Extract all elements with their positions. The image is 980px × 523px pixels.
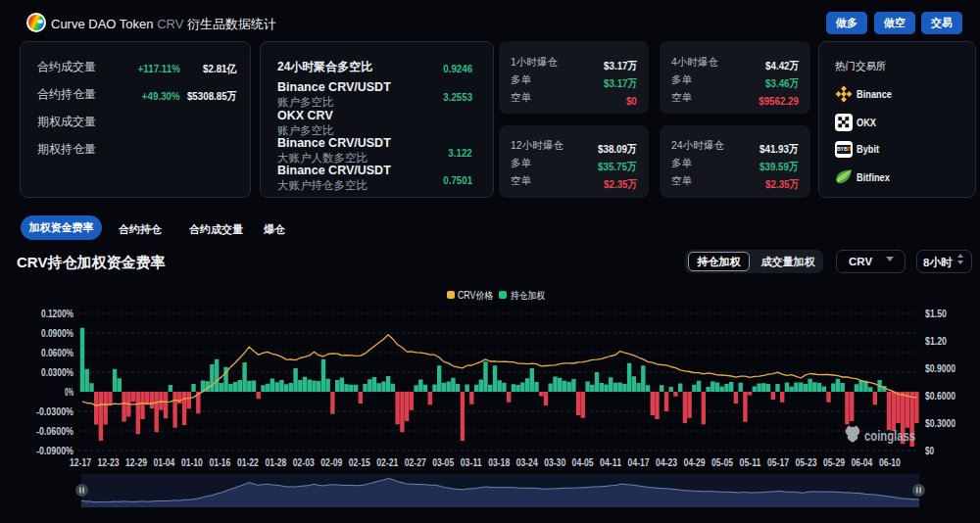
svg-text:12-29: 12-29 <box>125 456 147 468</box>
svg-text:$0: $0 <box>925 445 934 456</box>
svg-text:$1.50: $1.50 <box>925 308 947 319</box>
svg-text:02-15: 02-15 <box>349 456 370 468</box>
svg-text:$1.20: $1.20 <box>925 335 947 347</box>
svg-text:03-11: 03-11 <box>461 456 482 468</box>
svg-text:-0.0600%: -0.0600% <box>36 425 74 437</box>
svg-text:0.0300%: 0.0300% <box>41 366 74 378</box>
svg-text:$0.3000: $0.3000 <box>925 417 956 429</box>
svg-text:06-10: 06-10 <box>879 456 901 468</box>
svg-text:03-30: 03-30 <box>544 456 565 468</box>
svg-text:03-05: 03-05 <box>432 456 454 468</box>
svg-text:$0.9000: $0.9000 <box>925 362 956 374</box>
svg-text:01-28: 01-28 <box>265 456 286 468</box>
svg-text:0%: 0% <box>65 386 74 398</box>
svg-text:02-09: 02-09 <box>320 456 342 468</box>
svg-text:01-22: 01-22 <box>237 456 259 468</box>
svg-text:coinglass: coinglass <box>864 428 915 444</box>
svg-text:04-23: 04-23 <box>656 456 677 468</box>
svg-text:12-23: 12-23 <box>98 456 120 468</box>
svg-text:05-29: 05-29 <box>823 456 845 468</box>
svg-text:05-17: 05-17 <box>767 456 789 468</box>
svg-text:01-10: 01-10 <box>181 456 203 468</box>
svg-text:$0.6000: $0.6000 <box>925 390 956 402</box>
svg-text:05-05: 05-05 <box>711 456 733 468</box>
svg-text:05-23: 05-23 <box>796 456 817 468</box>
svg-text:03-18: 03-18 <box>488 456 510 468</box>
svg-text:-0.0300%: -0.0300% <box>36 405 74 417</box>
svg-text:01-16: 01-16 <box>209 456 230 468</box>
svg-text:04-05: 04-05 <box>572 456 594 468</box>
svg-text:02-27: 02-27 <box>405 456 426 468</box>
svg-text:0.0900%: 0.0900% <box>41 327 74 339</box>
svg-text:05-11: 05-11 <box>740 456 761 468</box>
svg-text:0.0600%: 0.0600% <box>41 347 74 358</box>
svg-text:12-17: 12-17 <box>70 456 91 468</box>
svg-text:03-24: 03-24 <box>516 456 538 468</box>
svg-text:04-11: 04-11 <box>600 456 621 468</box>
svg-text:02-21: 02-21 <box>376 456 398 468</box>
svg-text:06-04: 06-04 <box>851 456 872 468</box>
svg-text:-0.0900%: -0.0900% <box>36 445 74 456</box>
svg-text:01-04: 01-04 <box>153 456 174 468</box>
svg-text:04-17: 04-17 <box>628 456 650 468</box>
svg-text:0.1200%: 0.1200% <box>41 308 74 319</box>
svg-text:04-29: 04-29 <box>684 456 706 468</box>
svg-text:02-03: 02-03 <box>293 456 315 468</box>
